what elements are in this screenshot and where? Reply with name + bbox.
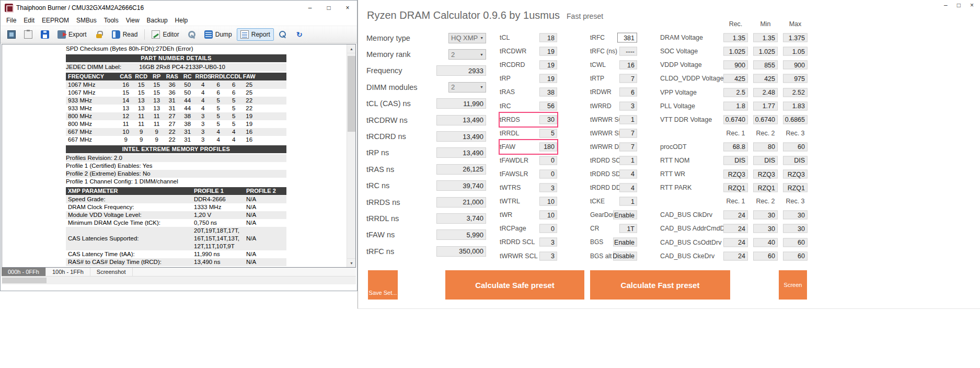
close-button[interactable]: × <box>338 1 357 15</box>
cldo-vddp-voltage-field[interactable]: 425 <box>723 74 748 83</box>
rtt-wr-field[interactable]: RZQ3 <box>753 170 778 179</box>
trfc-field[interactable]: 381 <box>617 33 637 43</box>
horizontal-scrollbar[interactable] <box>2 277 356 284</box>
trdrd-dd-field[interactable]: 4 <box>619 183 637 192</box>
tras-ns-field[interactable]: 26,125 <box>436 164 486 175</box>
vpp-voltage-field[interactable]: 2.5 <box>723 88 748 97</box>
refresh-button[interactable]: ↻ <box>292 28 307 41</box>
memory-rank-select[interactable]: 2▼ <box>448 49 486 60</box>
menu-file[interactable]: File <box>3 17 20 24</box>
cad-bus-ckedrv-field[interactable]: 24 <box>723 251 748 260</box>
dimm-modules-select[interactable]: 2▼ <box>448 82 486 93</box>
cad-bus-csodtdrv-field[interactable]: 24 <box>723 238 748 247</box>
pll-voltage-field[interactable]: 1.77 <box>753 101 778 110</box>
cad-bus-addrcmddrv-field[interactable]: 30 <box>753 224 778 233</box>
menu-eeprom[interactable]: EEPROM <box>38 17 73 24</box>
trcdrd-field[interactable]: 19 <box>539 61 557 70</box>
memory-type-select[interactable]: HQ XMP▼ <box>448 33 486 43</box>
soc-voltage-field[interactable]: 1.05 <box>783 47 808 56</box>
tab-screenshot[interactable]: Screenshot <box>90 268 133 276</box>
tcke-field[interactable]: 1 <box>619 197 637 206</box>
hscroll-thumb[interactable] <box>2 278 47 283</box>
trrds-field[interactable]: 30 <box>539 115 557 124</box>
trcdrw-ns-field[interactable]: 13,490 <box>436 115 486 125</box>
twtrs-field[interactable]: 3 <box>539 183 557 192</box>
procodt-field[interactable]: 60 <box>783 142 808 151</box>
trdrd-sd-field[interactable]: 4 <box>619 169 637 178</box>
tools-button[interactable] <box>184 28 200 41</box>
soc-voltage-field[interactable]: 1.025 <box>753 47 778 56</box>
cad-bus-clkdrv-field[interactable]: 30 <box>783 211 808 220</box>
trdrd-scl-field[interactable]: 3 <box>539 238 557 247</box>
trtp-field[interactable]: 7 <box>619 74 637 83</box>
menu-view[interactable]: View <box>122 17 143 24</box>
pll-voltage-field[interactable]: 1.8 <box>723 101 748 110</box>
menu-help[interactable]: Help <box>171 17 192 24</box>
rtt-nom-field[interactable]: DIS <box>753 156 778 165</box>
rtt-park-field[interactable]: RZQ1 <box>783 183 808 192</box>
tab-100h-1ffh[interactable]: 100h - 1FFh <box>46 268 90 276</box>
rtt-nom-field[interactable]: DIS <box>783 156 808 165</box>
editor-button[interactable]: Editor <box>148 28 182 41</box>
write-protect-button[interactable] <box>91 28 107 41</box>
cad-bus-ckedrv-field[interactable]: 60 <box>783 251 808 260</box>
soc-voltage-field[interactable]: 1.025 <box>723 47 748 56</box>
bgs-field[interactable]: Enable <box>613 238 637 247</box>
tcl-field[interactable]: 18 <box>539 33 557 42</box>
read-button[interactable]: Read <box>108 28 142 41</box>
screenshot-button[interactable]: Screen <box>779 270 807 300</box>
rtt-park-field[interactable]: RZQ1 <box>753 183 778 192</box>
spd-chip-button[interactable] <box>4 28 19 41</box>
trc-ns-field[interactable]: 39,740 <box>436 180 486 191</box>
scrollbar-thumb[interactable] <box>348 56 355 132</box>
cldo-vddp-voltage-field[interactable]: 975 <box>783 74 808 83</box>
geardown-field[interactable]: Enable <box>613 211 637 220</box>
vpp-voltage-field[interactable]: 2.52 <box>783 88 808 97</box>
vddp-voltage-field[interactable]: 900 <box>783 61 808 70</box>
trp-ns-field[interactable]: 13,490 <box>436 147 486 158</box>
tfaw-ns-field[interactable]: 5,990 <box>436 229 486 240</box>
calculate-safe-preset-button[interactable]: Calculate Safe preset <box>445 270 584 300</box>
vddp-voltage-field[interactable]: 855 <box>753 61 778 70</box>
cldo-vddp-voltage-field[interactable]: 425 <box>753 74 778 83</box>
trdwr-field[interactable]: 6 <box>619 88 637 97</box>
trrds-ns-field[interactable]: 21,000 <box>436 197 486 208</box>
dram-voltage-field[interactable]: 1.375 <box>783 33 808 42</box>
cr-field[interactable]: 1T <box>619 224 637 233</box>
vtt-ddr-voltage-field[interactable]: 0.6865 <box>783 115 808 124</box>
trfc-ns-field[interactable]: ---- <box>619 47 637 56</box>
cad-bus-addrcmddrv-field[interactable]: 24 <box>723 224 748 233</box>
trcpage-field[interactable]: 0 <box>539 224 557 233</box>
twrwr-sc-field[interactable]: 1 <box>619 115 637 124</box>
close-button[interactable]: × <box>970 2 974 9</box>
menu-edit[interactable]: Edit <box>20 17 38 24</box>
menu-tools[interactable]: Tools <box>100 17 122 24</box>
trcdwr-field[interactable]: 19 <box>539 47 557 56</box>
trfc-ns-field[interactable]: 350,000 <box>436 246 486 257</box>
trc-field[interactable]: 56 <box>539 101 557 110</box>
menu-smbus[interactable]: SMBus <box>73 17 100 24</box>
cad-bus-clkdrv-field[interactable]: 30 <box>753 211 778 220</box>
cad-bus-ckedrv-field[interactable]: 60 <box>753 251 778 260</box>
paste-button[interactable] <box>20 28 36 41</box>
trcdrd-ns-field[interactable]: 13,490 <box>436 131 486 142</box>
rtt-park-field[interactable]: RZQ1 <box>723 183 748 192</box>
rtt-wr-field[interactable]: RZQ3 <box>783 170 808 179</box>
trrdl-field[interactable]: 5 <box>539 129 557 137</box>
trdrd-sc-field[interactable]: 1 <box>619 156 637 165</box>
pll-voltage-field[interactable]: 1.83 <box>783 101 808 110</box>
tfawdlr-field[interactable]: 0 <box>539 156 557 165</box>
vpp-voltage-field[interactable]: 2.48 <box>753 88 778 97</box>
tfaw-field[interactable]: 180 <box>539 142 557 151</box>
vtt-ddr-voltage-field[interactable]: 0.6740 <box>723 115 748 124</box>
procodt-field[interactable]: 80 <box>753 142 778 151</box>
dram-voltage-field[interactable]: 1.35 <box>723 33 748 42</box>
vtt-ddr-voltage-field[interactable]: 0.6740 <box>753 115 778 124</box>
procodt-field[interactable]: 68.8 <box>723 142 748 151</box>
cad-bus-addrcmddrv-field[interactable]: 30 <box>783 224 808 233</box>
cad-bus-csodtdrv-field[interactable]: 40 <box>753 238 778 247</box>
twtrl-field[interactable]: 10 <box>539 197 557 206</box>
minimize-button[interactable]: – <box>944 2 948 9</box>
twrwr-dd-field[interactable]: 7 <box>619 142 637 151</box>
twrwr-scl-field[interactable]: 3 <box>539 251 557 260</box>
